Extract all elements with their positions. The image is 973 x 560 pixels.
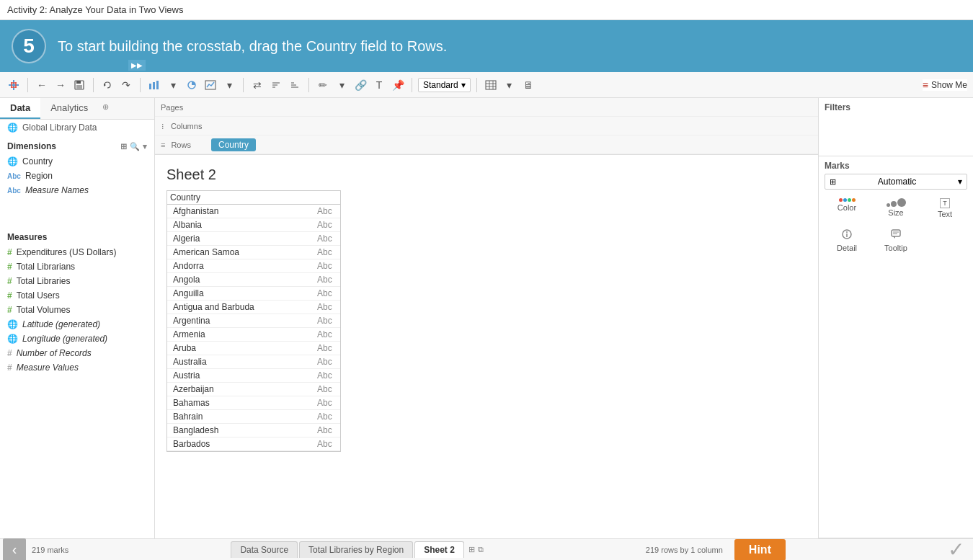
check-icon[interactable]: ✓ [948, 538, 970, 560]
dropdown-pencil[interactable]: ▾ [334, 77, 350, 93]
add-sheet-icon[interactable]: ⊞ [468, 545, 475, 554]
marks-color-label: Color [838, 203, 856, 212]
marks-detail-cell[interactable]: Detail [825, 226, 869, 255]
standard-dropdown[interactable]: Standard ▾ [418, 78, 471, 92]
data-table-scroll[interactable]: Country AfghanistanAbcAlbaniaAbcAlgeriaA… [167, 191, 340, 451]
sidebar-item-total-libraries[interactable]: # Total Libraries [0, 274, 154, 288]
toolbar-sep-5 [308, 78, 309, 92]
sidebar-tab-menu-icon[interactable]: ⊕ [98, 98, 113, 119]
sidebar-item-latitude[interactable]: 🌐 Latitude (generated) [0, 317, 154, 332]
abc-cell: Abc [311, 383, 340, 396]
sidebar-item-expenditures[interactable]: # Expenditures (US Dollars) [0, 245, 154, 259]
sidebar-item-country[interactable]: 🌐 Country [0, 154, 154, 169]
marks-text-cell[interactable]: T Text [923, 195, 967, 221]
data-table: Country AfghanistanAbcAlbaniaAbcAlgeriaA… [167, 191, 340, 451]
country-pill[interactable]: Country [211, 138, 256, 151]
sort-asc-icon[interactable] [268, 77, 284, 93]
abc-cell: Abc [311, 205, 340, 218]
pages-shelf: Pages [155, 98, 818, 117]
sheet-area: Sheet 2 Country Afghanistan [155, 155, 818, 538]
link-icon[interactable]: 🔗 [352, 77, 368, 93]
libraries-hash-icon: # [7, 276, 12, 286]
country-cell: Austria [167, 369, 311, 383]
save-button[interactable] [71, 77, 87, 93]
prev-page-button[interactable]: ‹ [3, 538, 26, 561]
sidebar-item-region[interactable]: Abc Region [0, 169, 154, 183]
status-marks: 219 marks [32, 546, 68, 554]
table-icon[interactable] [483, 77, 499, 93]
tutorial-collapse-button[interactable]: ▶▶ [128, 60, 146, 71]
country-cell: Afghanistan [167, 205, 311, 218]
tableau-logo-icon[interactable] [6, 77, 22, 93]
svg-point-27 [846, 231, 848, 233]
sidebar-item-longitude[interactable]: 🌐 Longitude (generated) [0, 332, 154, 346]
sort-desc-icon[interactable] [287, 77, 303, 93]
librarians-hash-icon: # [7, 262, 12, 272]
chart-dropdown-1[interactable]: ▾ [165, 77, 181, 93]
marks-detail-label: Detail [837, 244, 857, 252]
pin-icon[interactable]: 📌 [390, 77, 406, 93]
grid-icon[interactable]: ⊞ [120, 142, 127, 151]
data-source-globe-icon: 🌐 [7, 123, 18, 133]
sidebar-item-total-librarians[interactable]: # Total Librarians [0, 259, 154, 274]
redo-button[interactable]: ↷ [118, 77, 134, 93]
country-cell: Barbados [167, 437, 311, 451]
forward-button[interactable]: → [53, 77, 68, 93]
rows-label: ≡ Rows [161, 141, 211, 149]
abc-cell: Abc [311, 259, 340, 273]
table-dropdown[interactable]: ▾ [502, 77, 517, 93]
table-row: BahrainAbc [167, 410, 340, 424]
longitude-globe-icon: 🌐 [7, 334, 18, 344]
rows-shelf: ≡ Rows Country [155, 135, 818, 154]
tab-sheet-2[interactable]: Sheet 2 [414, 541, 464, 558]
table-row: AlbaniaAbc [167, 218, 340, 232]
marks-size-cell[interactable]: Size [874, 195, 918, 221]
dimensions-menu-icon[interactable]: ▾ [143, 142, 147, 151]
undo-button[interactable] [99, 77, 115, 93]
marks-dropdown-chevron: ▾ [958, 177, 962, 187]
svg-rect-29 [892, 230, 900, 236]
data-source-row[interactable]: 🌐 Global Library Data [0, 120, 154, 135]
marks-size-icon [887, 198, 906, 207]
volumes-hash-icon: # [7, 305, 12, 315]
chart-icon-3[interactable] [203, 77, 218, 93]
tab-analytics[interactable]: Analytics [40, 98, 98, 119]
hint-button[interactable]: Hint [734, 539, 786, 561]
text-icon[interactable]: T [371, 77, 387, 93]
filters-content [825, 115, 967, 151]
chart-dropdown-3[interactable]: ▾ [221, 77, 237, 93]
toolbar-sep-7 [476, 78, 477, 92]
sidebar-item-total-volumes[interactable]: # Total Volumes [0, 303, 154, 317]
svg-rect-4 [11, 82, 17, 84]
monitor-icon[interactable]: 🖥 [520, 77, 536, 93]
country-cell: Antigua and Barbuda [167, 301, 311, 314]
chart-icon-1[interactable] [146, 77, 162, 93]
back-button[interactable]: ← [34, 77, 50, 93]
table-row: AzerbaijanAbc [167, 383, 340, 396]
pencil-icon[interactable]: ✏ [315, 77, 331, 93]
marks-type-dropdown[interactable]: ⊞ Automatic ▾ [825, 174, 967, 190]
show-me-button[interactable]: ≡ Show Me [923, 79, 967, 91]
duplicate-sheet-icon[interactable]: ⧉ [478, 545, 484, 554]
dimensions-icons: ⊞ 🔍 ▾ [120, 142, 147, 151]
swap-icon[interactable]: ⇄ [249, 77, 265, 93]
abc-cell: Abc [311, 328, 340, 342]
sidebar-item-total-users[interactable]: # Total Users [0, 288, 154, 303]
sidebar-item-number-of-records[interactable]: # Number of Records [0, 346, 154, 360]
marks-color-cell[interactable]: Color [825, 195, 869, 221]
marks-detail-icon [841, 228, 853, 242]
sidebar-item-measure-values[interactable]: # Measure Values [0, 360, 154, 375]
table-header-country: Country [167, 191, 311, 205]
search-icon[interactable]: 🔍 [130, 142, 140, 151]
chart-icon-2[interactable] [184, 77, 200, 93]
country-cell: Bahamas [167, 396, 311, 410]
marks-tooltip-cell[interactable]: Tooltip [874, 226, 918, 255]
rows-bar-icon: ≡ [161, 141, 165, 149]
tab-total-libraries[interactable]: Total Libraries by Region [299, 541, 413, 558]
toolbar-sep-6 [412, 78, 412, 92]
tab-data[interactable]: Data [0, 98, 40, 119]
tab-data-source[interactable]: Data Source [231, 541, 298, 558]
sidebar-item-measure-names[interactable]: Abc Measure Names [0, 183, 154, 197]
table-row: AngolaAbc [167, 273, 340, 287]
table-row: ArubaAbc [167, 342, 340, 355]
